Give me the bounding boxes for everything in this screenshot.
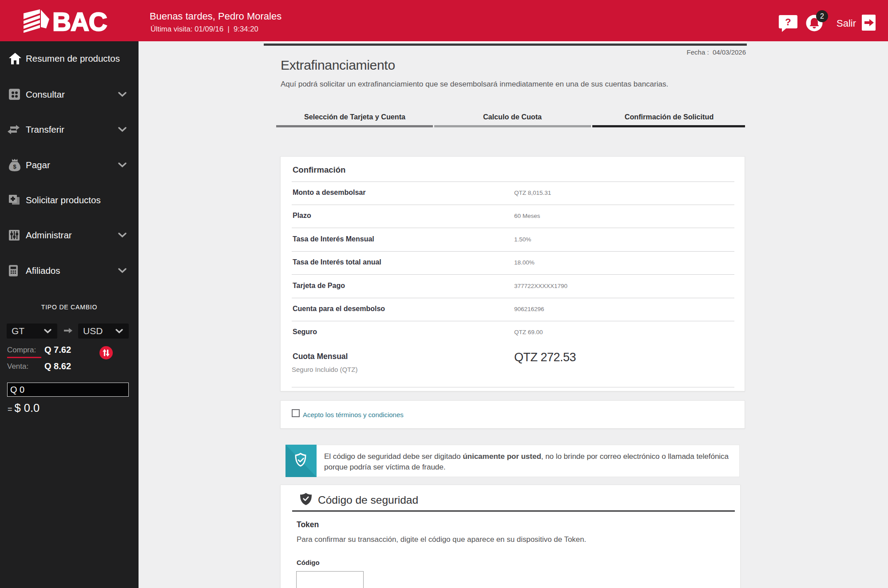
svg-text:BAC: BAC: [52, 8, 107, 34]
svg-text:?: ?: [785, 16, 791, 28]
svg-text:$: $: [13, 163, 16, 170]
